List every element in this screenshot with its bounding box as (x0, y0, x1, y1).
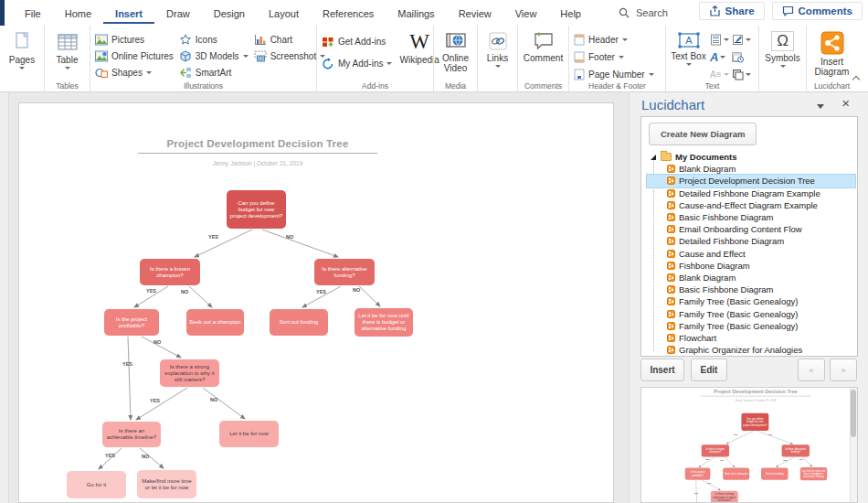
tree-item[interactable]: Graphic Organizer for Analogies (647, 344, 855, 356)
diagram-node-go-for-it: Go for it (67, 471, 126, 498)
tree-item[interactable]: Cause and Effect (647, 248, 855, 260)
comment-button[interactable]: Comment (523, 28, 564, 63)
tree-item[interactable]: Family Tree (Basic Genealogy) (647, 307, 855, 319)
tab-home[interactable]: Home (53, 3, 103, 24)
pictures-button[interactable]: Pictures (95, 32, 174, 47)
document-page[interactable]: Project Development Decision Tree Jenny … (18, 102, 614, 503)
prev-page-button[interactable]: « (798, 359, 825, 381)
insert-button[interactable]: Insert (640, 359, 684, 381)
preview-scrollbar[interactable] (850, 388, 857, 503)
page-number-button[interactable]: Page Number (574, 67, 654, 81)
chevron-down-icon (724, 38, 729, 41)
signature-line-button[interactable] (732, 31, 754, 48)
smartart-button[interactable]: SmartArt (179, 65, 249, 80)
chart-button[interactable]: Chart (254, 32, 326, 47)
screenshot-button[interactable]: Screenshot (254, 48, 326, 63)
share-label: Share (725, 5, 755, 16)
header-button[interactable]: Header (574, 32, 654, 47)
tree-item[interactable]: Fishbone Diagram (647, 260, 855, 272)
tab-references[interactable]: References (311, 3, 386, 24)
share-button[interactable]: Share (699, 2, 765, 20)
tab-file[interactable]: File (13, 3, 53, 24)
illustrations-group-caption: Illustrations (90, 81, 316, 91)
footer-button[interactable]: Footer (574, 49, 654, 64)
my-addins-button[interactable]: My Add-ins (322, 56, 392, 70)
edge-label-yes: YES (122, 361, 132, 367)
tree-item[interactable]: Flowchart (647, 332, 855, 344)
panel-menu-button[interactable] (817, 104, 824, 109)
table-button[interactable]: Table (49, 28, 85, 70)
chevron-down-icon (686, 63, 692, 66)
text-box-icon: A (677, 31, 701, 49)
tree-item[interactable]: Email Onboarding Content Flow (647, 223, 855, 235)
panel-close-button[interactable]: × (842, 95, 850, 111)
3d-models-label: 3D Models (196, 51, 239, 61)
lucidchart-panel: Lucidchart × Create New Diagram My Docum… (629, 92, 868, 503)
lucidchart-doc-icon (667, 177, 675, 185)
lucidchart-doc-icon (667, 237, 675, 245)
tree-item[interactable]: Basic Fishbone Diagram (647, 211, 855, 223)
tab-layout[interactable]: Layout (257, 3, 311, 24)
tree-item[interactable]: Detailed Fishbone Diagram (647, 235, 855, 247)
search-box[interactable]: Search (619, 7, 668, 18)
tree-item[interactable]: Detailed Fishbone Diagram Example (647, 187, 855, 199)
online-video-button[interactable]: Online Video (439, 28, 472, 73)
tab-design[interactable]: Design (202, 3, 257, 24)
collapse-ribbon-button[interactable] (853, 70, 859, 86)
wordart-button[interactable]: A (710, 48, 732, 66)
symbols-button[interactable]: Ω Symbols (764, 28, 801, 68)
chart-icon (254, 34, 267, 46)
tree-root-my-documents[interactable]: My Documents (647, 151, 855, 163)
tab-insert[interactable]: Insert (103, 3, 154, 24)
lucidchart-icon (820, 31, 844, 55)
diagram-node-seek-champion: Seek out a champion (723, 468, 749, 480)
3d-models-button[interactable]: 3D Models (179, 48, 249, 63)
tree-item[interactable]: Basic Fishbone Diagram (647, 284, 855, 295)
online-pictures-button[interactable]: Online Pictures (95, 48, 174, 63)
icons-button[interactable]: Icons (179, 32, 249, 47)
tab-mailings[interactable]: Mailings (386, 3, 446, 24)
comment-label: Comment (524, 53, 563, 63)
tab-review[interactable]: Review (447, 3, 503, 24)
quick-parts-button[interactable] (710, 31, 732, 48)
create-new-diagram-button[interactable]: Create New Diagram (649, 123, 757, 145)
tab-view[interactable]: View (503, 3, 549, 24)
lucidchart-doc-icon (667, 322, 675, 330)
wordart-icon: A (710, 51, 718, 63)
edge-label-no: NO (353, 287, 360, 293)
shapes-button[interactable]: Shapes (95, 65, 174, 80)
group-symbols: Ω Symbols (758, 26, 806, 91)
text-box-button[interactable]: A Text Box (671, 28, 706, 66)
edge-label-yes: YES (693, 492, 698, 495)
chevron-down-icon (243, 55, 249, 58)
diagram-node-sort-funding: Sort out funding (761, 468, 788, 480)
preview-scrollbar-thumb[interactable] (851, 390, 856, 437)
left-rail (0, 92, 9, 503)
tree-expander-icon (651, 155, 656, 160)
links-button[interactable]: Links (482, 28, 513, 68)
edge-label-no: NO (286, 234, 293, 240)
get-addins-button[interactable]: Get Add-ins (322, 34, 392, 48)
documents-listbox: Create New Diagram My Documents Blank Di… (640, 116, 858, 357)
comments-button[interactable]: Comments (772, 2, 863, 20)
edit-button[interactable]: Edit (691, 359, 727, 381)
lucidchart-doc-icon (667, 201, 675, 209)
diagram-node-make-find-time: Make/find more time or let it be for now (137, 470, 196, 498)
insert-diagram-button[interactable]: Insert Diagram (811, 28, 852, 77)
tree-item[interactable]: Blank Diagram (647, 272, 855, 284)
tree-item[interactable]: Cause-and-Effect Diagram Example (647, 199, 855, 211)
comments-group-caption: Comments (518, 81, 568, 91)
tree-item[interactable]: Family Tree (Basic Genealogy) (647, 295, 855, 307)
tree-item[interactable]: Blank Diagram (647, 163, 855, 175)
diagram-node-alt-funding: Is there alternative funding? (314, 259, 375, 285)
next-page-button[interactable]: » (830, 359, 857, 381)
pages-button[interactable]: Pages (5, 28, 39, 70)
date-time-button[interactable] (732, 48, 754, 66)
tab-help[interactable]: Help (548, 3, 593, 24)
diagram-node-let-it-be-until: Let it be for now until there is budget … (800, 467, 827, 480)
page-number-label: Page Number (588, 70, 645, 80)
tree-item-selected[interactable]: Project Development Decision Tree (647, 175, 855, 187)
group-text: A Text Box A A≡ (665, 26, 758, 91)
tab-draw[interactable]: Draw (154, 3, 202, 24)
tree-item[interactable]: Family Tree (Basic Genealogy) (647, 320, 855, 332)
